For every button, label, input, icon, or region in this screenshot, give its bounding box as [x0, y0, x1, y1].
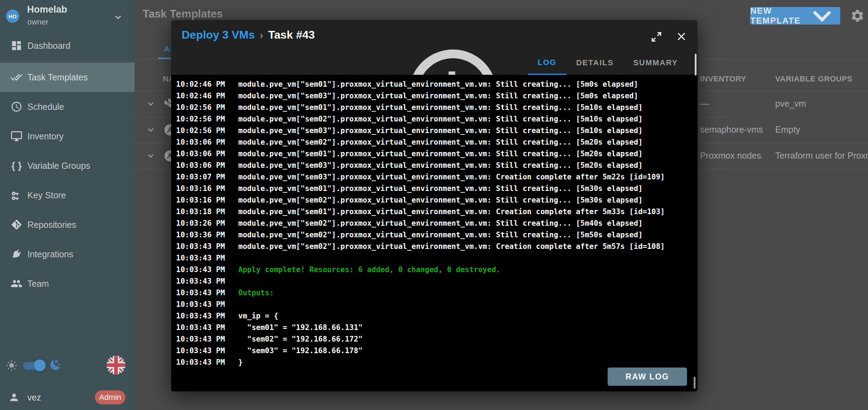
sidebar-item-inventory[interactable]: Inventory — [0, 121, 135, 151]
dialog-scrollbar[interactable] — [695, 54, 697, 75]
log-line: 10:03:43 PM vm_ip = { — [171, 310, 698, 322]
sidebar-item-label: Team — [27, 279, 49, 289]
log-line: 10:03:43 PM } — [171, 356, 698, 368]
log-line: 10:02:56 PM module.pve_vm["sem03"].proxm… — [171, 125, 698, 136]
log-message: module.pve_vm["sem01"].proxmox_virtual_e… — [238, 103, 643, 112]
log-line: 10:03:06 PM module.pve_vm["sem01"].proxm… — [171, 148, 698, 159]
uk-flag-icon[interactable] — [106, 356, 125, 375]
sidebar-item-integrations[interactable]: Integrations — [0, 239, 135, 269]
clock-icon — [11, 101, 22, 113]
tab-log[interactable]: LOG — [528, 51, 566, 75]
log-lines: 10:02:46 PM module.pve_vm["sem01"].proxm… — [171, 75, 698, 368]
raw-log-button[interactable]: RAW LOG — [608, 368, 687, 386]
user-name: vez — [27, 392, 41, 403]
tab-details[interactable]: DETAILS — [566, 51, 623, 75]
log-line: 10:03:06 PM module.pve_vm["sem03"].proxm… — [171, 159, 698, 171]
log-line: 10:03:43 PM Apply complete! Resources: 6… — [171, 264, 698, 275]
log-message: module.pve_vm["sem01"].proxmox_virtual_e… — [238, 150, 643, 158]
sidebar-item-variable-groups[interactable]: { } Variable Groups — [0, 151, 135, 180]
log-message: vm_ip = { — [238, 312, 278, 320]
sidebar-item-repositories[interactable]: Repositories — [0, 210, 135, 239]
log-timestamp: 10:02:56 PM — [171, 103, 238, 112]
sidebar-item-label: Key Store — [27, 190, 66, 200]
person-icon — [8, 392, 20, 403]
tab-summary[interactable]: SUMMARY — [623, 51, 688, 75]
cell-variable-groups: Empty — [775, 125, 800, 135]
breadcrumb-separator: › — [260, 29, 263, 41]
project-switcher[interactable]: HO Homelab owner — [0, 0, 135, 33]
log-line: 10:03:26 PM module.pve_vm["sem02"].proxm… — [171, 217, 698, 229]
sidebar-item-schedule[interactable]: Schedule — [0, 92, 135, 121]
log-message: "sem02" = "192.168.66.172" — [238, 335, 363, 343]
log-line: 10:03:36 PM module.pve_vm["sem02"].proxm… — [171, 229, 698, 240]
sidebar-item-label: Variable Groups — [27, 161, 90, 171]
new-template-button[interactable]: NEW TEMPLATE — [750, 7, 840, 25]
log-timestamp: 10:03:06 PM — [171, 138, 238, 146]
cell-variable-groups: pve_vm — [775, 99, 806, 109]
log-timestamp: 10:02:46 PM — [171, 92, 238, 100]
breadcrumb: Deploy 3 VMs › Task #43 — [182, 28, 315, 41]
sidebar-item-dashboard[interactable]: Dashboard — [0, 33, 135, 59]
sidebar-item-key-store[interactable]: Key Store — [0, 180, 135, 210]
project-role: owner — [27, 18, 48, 27]
app-root: Task Templates NEW TEMPLATE ALL NAME INV… — [0, 0, 868, 410]
close-icon[interactable] — [675, 30, 688, 43]
chevron-down-icon[interactable] — [145, 98, 156, 110]
expand-icon[interactable] — [650, 31, 663, 43]
column-header-inventory[interactable]: INVENTORY — [700, 74, 746, 84]
log-timestamp: 10:02:56 PM — [171, 115, 238, 123]
chevron-down-icon — [112, 11, 124, 23]
log-timestamp: 10:03:43 PM — [171, 346, 238, 355]
log-line: 10:03:43 PM module.pve_vm["sem02"].proxm… — [171, 240, 698, 252]
braces-icon: { } — [11, 160, 22, 172]
log-message: module.pve_vm["sem02"].proxmox_virtual_e… — [238, 138, 643, 146]
theme-controls — [0, 356, 135, 375]
log-timestamp: 10:03:07 PM — [171, 173, 238, 181]
log-timestamp: 10:02:56 PM — [171, 126, 238, 135]
sidebar-item-team[interactable]: Team — [0, 269, 135, 298]
log-line: 10:02:56 PM module.pve_vm["sem02"].proxm… — [171, 113, 698, 125]
log-timestamp: 10:03:43 PM — [171, 312, 238, 320]
log-timestamp: 10:02:46 PM — [171, 80, 238, 88]
log-timestamp: 10:03:16 PM — [171, 184, 238, 193]
breadcrumb-template-link[interactable]: Deploy 3 VMs — [182, 28, 255, 41]
log-line: 10:03:43 PM — [171, 298, 698, 310]
cell-inventory: — — [700, 99, 709, 109]
log-line: 10:03:43 PM "sem02" = "192.168.66.172" — [171, 333, 698, 345]
log-timestamp: 10:03:43 PM — [171, 289, 238, 297]
project-avatar: HO — [6, 9, 19, 23]
log-timestamp: 10:03:43 PM — [171, 358, 238, 366]
log-timestamp: 10:03:43 PM — [171, 265, 238, 274]
dark-mode-toggle[interactable] — [23, 358, 44, 372]
log-timestamp: 10:03:43 PM — [171, 277, 238, 285]
log-message: module.pve_vm["sem02"].proxmox_virtual_e… — [238, 219, 643, 227]
moon-icon — [49, 358, 62, 371]
gear-icon[interactable] — [850, 8, 865, 23]
log-line: 10:03:16 PM module.pve_vm["sem02"].proxm… — [171, 194, 698, 206]
log-scrollbar[interactable] — [694, 377, 695, 389]
log-timestamp: 10:03:43 PM — [171, 335, 238, 343]
log-message: module.pve_vm["sem03"].proxmox_virtual_e… — [238, 126, 643, 135]
log-panel: 10:02:46 PM module.pve_vm["sem01"].proxm… — [171, 75, 698, 391]
people-icon — [11, 278, 22, 290]
sidebar-item-label: Repositories — [27, 220, 76, 230]
git-icon — [11, 219, 22, 231]
user-menu[interactable]: vez Admin — [0, 386, 135, 410]
column-header-variable-groups[interactable]: VARIABLE GROUPS — [775, 74, 853, 84]
breadcrumb-task: Task #43 — [268, 28, 315, 41]
log-timestamp: 10:03:26 PM — [171, 219, 238, 227]
log-line: 10:03:43 PM — [171, 252, 698, 264]
chevron-down-icon[interactable] — [145, 150, 156, 161]
sun-icon — [6, 360, 17, 371]
toggle-thumb — [34, 359, 46, 371]
log-message: module.pve_vm["sem02"].proxmox_virtual_e… — [238, 115, 643, 123]
sidebar-item-label: Integrations — [27, 249, 73, 259]
dashboard-icon — [11, 40, 22, 52]
sidebar-item-task-templates[interactable]: Task Templates — [0, 62, 135, 92]
log-message: "sem03" = "192.168.66.178" — [238, 346, 363, 355]
chevron-down-icon[interactable] — [145, 124, 156, 135]
log-timestamp: 10:03:36 PM — [171, 231, 238, 239]
log-line: 10:03:18 PM module.pve_vm["sem01"].proxm… — [171, 206, 698, 217]
log-timestamp: 10:03:06 PM — [171, 150, 238, 158]
log-line: 10:03:43 PM — [171, 275, 698, 287]
